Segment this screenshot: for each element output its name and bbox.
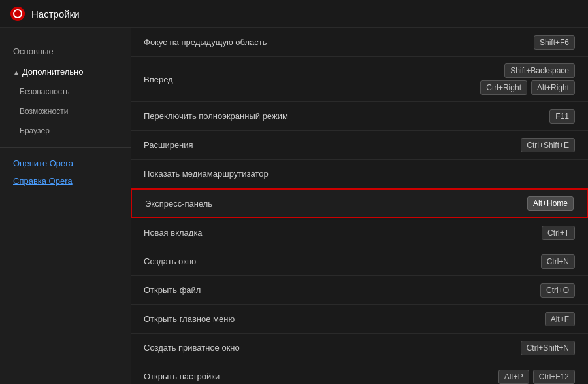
shortcut-keys: Ctrl+T	[542, 226, 575, 240]
shortcut-keys: Shift+F6	[534, 35, 575, 50]
key-badge-alt-right: Alt+Right	[531, 80, 575, 95]
shortcut-keys: Ctrl+O	[540, 283, 575, 298]
main-layout: Основные ▲Дополнительно Безопасность Воз…	[0, 28, 588, 384]
key-badge: Shift+F6	[534, 35, 575, 50]
shortcut-label: Вперед	[144, 75, 173, 84]
key-badge-f11: F11	[549, 109, 575, 124]
shortcuts-table: Фокус на предыдущую область Shift+F6 Впе…	[131, 28, 588, 384]
key-badge-alt-home: Alt+Home	[527, 196, 574, 211]
shortcut-keys: Shift+Backspace Ctrl+Right Alt+Right	[480, 63, 575, 95]
page-title: Настройки	[31, 9, 80, 20]
shortcut-keys: Ctrl+Shift+E	[521, 138, 575, 152]
shortcut-keys: F11	[549, 109, 575, 124]
shortcut-row-private-window[interactable]: Создать приватное окно Ctrl+Shift+N	[131, 334, 588, 362]
shortcut-label: Создать окно	[144, 256, 196, 266]
shortcut-keys: Alt+Home	[527, 196, 574, 211]
sidebar-item-features[interactable]: Возможности	[0, 101, 131, 121]
key-badge-shift-backspace: Shift+Backspace	[504, 63, 575, 78]
sidebar-link-rate[interactable]: Оцените Opera	[0, 154, 131, 172]
sidebar-link-help[interactable]: Справка Opera	[0, 172, 131, 190]
shortcut-label: Расширения	[144, 140, 193, 150]
shortcut-keys: Alt+P Ctrl+F12	[498, 370, 575, 384]
expand-icon: ▲	[13, 69, 20, 76]
shortcut-label: Открыть настройки	[144, 372, 220, 381]
sidebar-item-advanced[interactable]: ▲Дополнительно	[0, 61, 131, 82]
key-badge-ctrl-o: Ctrl+O	[540, 283, 575, 298]
shortcut-label: Открыть главное меню	[144, 314, 235, 324]
key-badge-ctrl-shift-n: Ctrl+Shift+N	[521, 341, 575, 355]
title-bar: Настройки	[0, 0, 588, 28]
key-badge-ctrl-f12: Ctrl+F12	[533, 370, 575, 384]
key-badge-alt-f: Alt+F	[545, 312, 575, 326]
shortcut-keys: Ctrl+Shift+N	[521, 341, 575, 355]
key-badge-ctrl-t: Ctrl+T	[542, 226, 575, 240]
sidebar-divider	[0, 147, 131, 148]
sidebar-item-browser[interactable]: Браузер	[0, 121, 131, 141]
key-row-2: Ctrl+Right Alt+Right	[480, 80, 575, 95]
shortcut-row-extensions[interactable]: Расширения Ctrl+Shift+E	[131, 131, 588, 160]
shortcut-row-forward[interactable]: Вперед Shift+Backspace Ctrl+Right Alt+Ri…	[131, 57, 588, 102]
sidebar-item-security[interactable]: Безопасность	[0, 82, 131, 101]
app-container: Настройки Основные ▲Дополнительно Безопа…	[0, 0, 588, 384]
shortcut-label: Показать медиамаршрутизатор	[144, 169, 269, 179]
shortcut-label: Экспресс-панель	[145, 199, 212, 209]
shortcut-label: Фокус на предыдущую область	[144, 37, 267, 47]
key-badge-ctrl-right: Ctrl+Right	[480, 80, 527, 95]
multi-key-group: Shift+Backspace Ctrl+Right Alt+Right	[480, 63, 575, 95]
sidebar-item-basic[interactable]: Основные	[0, 41, 131, 61]
shortcut-row-fullscreen[interactable]: Переключить полноэкранный режим F11	[131, 102, 588, 131]
sidebar: Основные ▲Дополнительно Безопасность Воз…	[0, 28, 131, 384]
shortcut-row-speed-dial[interactable]: Экспресс-панель Alt+Home	[131, 188, 588, 218]
key-badge-ctrl-n: Ctrl+N	[541, 254, 575, 269]
shortcut-row-media-router[interactable]: Показать медиамаршрутизатор	[131, 160, 588, 188]
shortcut-row-new-tab[interactable]: Новая вкладка Ctrl+T	[131, 218, 588, 247]
key-row: Shift+Backspace	[504, 63, 575, 78]
content-area: Фокус на предыдущую область Shift+F6 Впе…	[131, 28, 588, 384]
shortcut-row-new-window[interactable]: Создать окно Ctrl+N	[131, 247, 588, 276]
key-badge-alt-p: Alt+P	[498, 370, 529, 384]
shortcut-row-focus-prev[interactable]: Фокус на предыдущую область Shift+F6	[131, 28, 588, 57]
shortcut-label: Открыть файл	[144, 285, 201, 295]
shortcut-label: Создать приватное окно	[144, 343, 240, 353]
shortcut-label: Переключить полноэкранный режим	[144, 111, 288, 121]
shortcut-label: Новая вкладка	[144, 228, 203, 237]
shortcut-row-open-settings[interactable]: Открыть настройки Alt+P Ctrl+F12	[131, 362, 588, 384]
shortcut-keys: Alt+F	[545, 312, 575, 326]
shortcut-row-open-file[interactable]: Открыть файл Ctrl+O	[131, 276, 588, 305]
shortcut-row-open-menu[interactable]: Открыть главное меню Alt+F	[131, 305, 588, 334]
key-badge-ctrl-shift-e: Ctrl+Shift+E	[521, 138, 575, 152]
shortcut-keys: Ctrl+N	[541, 254, 575, 269]
opera-logo-icon	[10, 7, 25, 21]
